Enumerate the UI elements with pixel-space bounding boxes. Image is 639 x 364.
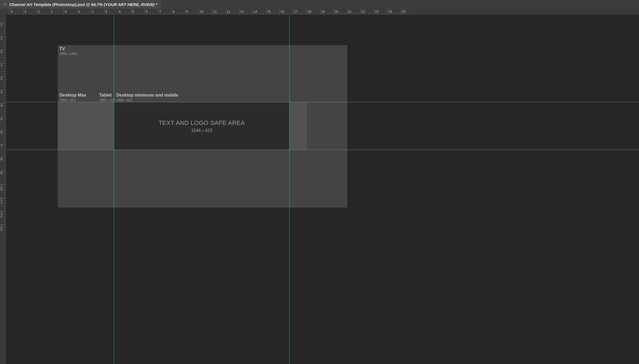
document-title: Channel Art Template (Photoshop).psd @ 6… (9, 2, 157, 7)
tablet-label: Tablet 1855 x 423 (99, 93, 115, 102)
desktop-right-region (289, 102, 307, 150)
document-canvas[interactable]: TEXT AND LOGO SAFE AREA 1546 x 423 TV 25… (6, 15, 639, 364)
tv-label: TV 2560 x 1440 (59, 47, 77, 56)
desktop-max-label: Desktop Max 2560 x 423 (59, 93, 86, 102)
safe-area-dimensions: 1546 x 423 (114, 128, 289, 133)
horizontal-ruler[interactable]: 4321012345678910111213141516171819202122… (6, 9, 639, 15)
safe-area-label: TEXT AND LOGO SAFE AREA 1546 x 423 (114, 119, 289, 133)
safe-area-region: TEXT AND LOGO SAFE AREA 1546 x 423 (114, 102, 289, 150)
document-tab[interactable]: × Channel Art Template (Photoshop).psd @… (0, 0, 161, 9)
ruler-origin-corner[interactable] (0, 9, 6, 15)
mobile-label: Desktop minimum and mobile 1546 x 423 (116, 93, 178, 102)
vertical-ruler[interactable]: 2101234567891 01 11 21 3 (0, 15, 6, 364)
tablet-region (98, 102, 114, 150)
document-tab-bar: × Channel Art Template (Photoshop).psd @… (0, 0, 639, 9)
close-icon[interactable]: × (4, 2, 6, 7)
desktop-max-region (58, 102, 98, 150)
safe-area-title: TEXT AND LOGO SAFE AREA (114, 119, 289, 127)
